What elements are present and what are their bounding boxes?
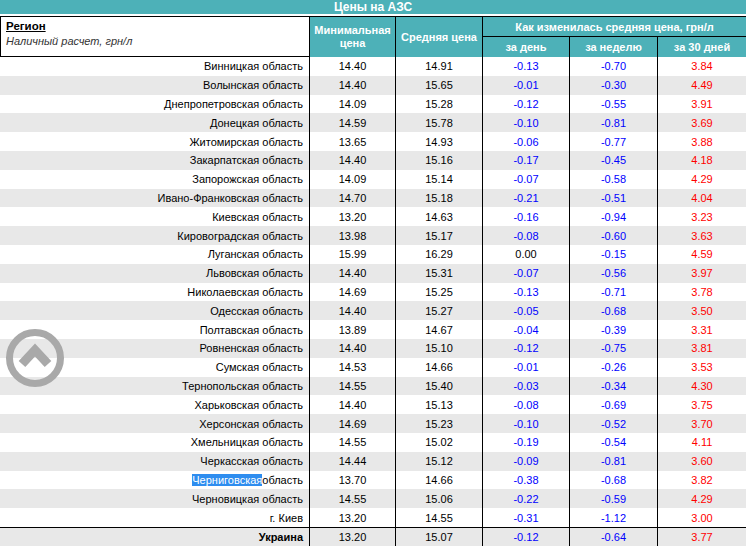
month-change-cell: 4.29 <box>658 170 746 189</box>
table-row: Луганская область15.9916.290.00-0.154.59 <box>0 245 746 264</box>
month-change-cell: 4.18 <box>658 151 746 170</box>
week-change-cell: -0.34 <box>570 377 658 396</box>
avg-price-cell: 15.18 <box>396 189 483 208</box>
day-change-cell: -0.21 <box>483 189 570 208</box>
month-change-cell: 3.88 <box>658 132 746 151</box>
week-change-cell: -0.69 <box>570 395 658 414</box>
region-header-cell: Регион Наличный расчет, грн/л <box>0 17 310 57</box>
min-price-cell: 14.40 <box>310 395 396 414</box>
table-header: Регион Наличный расчет, грн/л Минимальна… <box>0 16 746 57</box>
day-change-cell: -0.06 <box>483 132 570 151</box>
region-cell: Волынская область <box>0 76 310 95</box>
table-row: Львовская область14.4015.31-0.07-0.563.9… <box>0 264 746 283</box>
day-change-cell: -0.03 <box>483 377 570 396</box>
week-change-cell: -0.56 <box>570 264 658 283</box>
min-price-cell: 14.53 <box>310 358 396 377</box>
avg-price-cell: 15.17 <box>396 226 483 245</box>
month-change-cell: 4.30 <box>658 377 746 396</box>
day-change-cell: -0.01 <box>483 358 570 377</box>
region-cell: Ивано-Франковская область <box>0 189 310 208</box>
region-cell: Львовская область <box>0 264 310 283</box>
min-price-cell: 14.69 <box>310 414 396 433</box>
table-row: Киевская область13.2014.63-0.16-0.943.23 <box>0 207 746 226</box>
table-row: Запорожская область14.0915.14-0.07-0.584… <box>0 170 746 189</box>
month-change-cell: 3.63 <box>658 226 746 245</box>
month-change-header: за 30 дней <box>658 37 746 57</box>
min-price-cell: 13.70 <box>310 471 396 490</box>
week-change-cell: -0.68 <box>570 301 658 320</box>
table-row: Украина13.2015.07-0.12-0.643.77 <box>0 527 746 546</box>
region-header-label: Регион <box>6 20 309 32</box>
month-change-cell: 3.82 <box>658 471 746 490</box>
table-row: Донецкая область14.5915.78-0.10-0.813.69 <box>0 113 746 132</box>
min-price-cell: 14.55 <box>310 433 396 452</box>
day-change-cell: -0.12 <box>483 95 570 114</box>
price-change-subheaders: за день за неделю за 30 дней <box>483 37 746 57</box>
min-price-cell: 14.40 <box>310 57 396 76</box>
region-cell: Закарпатская область <box>0 151 310 170</box>
week-change-cell: -0.68 <box>570 471 658 490</box>
month-change-cell: 3.97 <box>658 264 746 283</box>
week-change-cell: -0.52 <box>570 414 658 433</box>
week-change-cell: -0.60 <box>570 226 658 245</box>
min-price-cell: 14.44 <box>310 452 396 471</box>
week-change-cell: -0.30 <box>570 76 658 95</box>
day-change-cell: -0.22 <box>483 489 570 508</box>
region-cell: Черкасская область <box>0 452 310 471</box>
table-title: Цены на АЗС <box>0 0 746 14</box>
region-cell: Черновицкая область <box>0 489 310 508</box>
min-price-cell: 14.09 <box>310 95 396 114</box>
week-change-cell: -0.81 <box>570 113 658 132</box>
avg-price-cell: 15.27 <box>396 301 483 320</box>
month-change-cell: 3.84 <box>658 57 746 76</box>
table-row: Ровненская область14.4015.10-0.12-0.753.… <box>0 339 746 358</box>
table-row: Херсонская область14.6915.23-0.10-0.523.… <box>0 414 746 433</box>
avg-price-cell: 14.63 <box>396 207 483 226</box>
day-change-cell: -0.10 <box>483 414 570 433</box>
day-change-cell: -0.08 <box>483 226 570 245</box>
region-cell: Украина <box>0 528 310 546</box>
table-row: Черкасская область14.4415.12-0.09-0.813.… <box>0 452 746 471</box>
month-change-cell: 3.81 <box>658 339 746 358</box>
region-cell: Одесская область <box>0 301 310 320</box>
min-price-cell: 14.40 <box>310 301 396 320</box>
avg-price-cell: 14.66 <box>396 358 483 377</box>
week-change-cell: -0.15 <box>570 245 658 264</box>
week-change-cell: -0.71 <box>570 283 658 302</box>
table-row: Ивано-Франковская область14.7015.18-0.21… <box>0 189 746 208</box>
avg-price-cell: 15.25 <box>396 283 483 302</box>
min-price-cell: 14.59 <box>310 113 396 132</box>
avg-price-cell: 15.13 <box>396 395 483 414</box>
avg-price-cell: 14.66 <box>396 471 483 490</box>
month-change-cell: 3.60 <box>658 452 746 471</box>
month-change-cell: 3.53 <box>658 358 746 377</box>
scroll-to-top-button[interactable] <box>6 329 64 387</box>
region-cell: Кировоградская область <box>0 226 310 245</box>
month-change-cell: 4.29 <box>658 489 746 508</box>
month-change-cell: 4.04 <box>658 189 746 208</box>
min-price-cell: 13.20 <box>310 528 396 546</box>
month-change-cell: 3.00 <box>658 508 746 527</box>
min-price-cell: 14.69 <box>310 283 396 302</box>
month-change-cell: 4.11 <box>658 433 746 452</box>
region-cell: Донецкая область <box>0 113 310 132</box>
region-cell: Черниговская область <box>0 471 310 490</box>
payment-type-label: Наличный расчет, грн/л <box>6 35 309 47</box>
day-change-cell: -0.05 <box>483 301 570 320</box>
avg-price-cell: 14.91 <box>396 57 483 76</box>
week-change-cell: -0.77 <box>570 132 658 151</box>
week-change-cell: -0.26 <box>570 358 658 377</box>
avg-price-cell: 15.07 <box>396 528 483 546</box>
table-row: Сумская область14.5314.66-0.01-0.263.53 <box>0 358 746 377</box>
week-change-cell: -0.64 <box>570 528 658 546</box>
day-change-cell: -0.07 <box>483 170 570 189</box>
month-change-cell: 3.91 <box>658 95 746 114</box>
min-price-cell: 13.65 <box>310 132 396 151</box>
region-cell: Запорожская область <box>0 170 310 189</box>
avg-price-cell: 15.02 <box>396 433 483 452</box>
table-row: Полтавская область13.8914.67-0.04-0.393.… <box>0 320 746 339</box>
day-change-cell: -0.38 <box>483 471 570 490</box>
week-change-cell: -0.51 <box>570 189 658 208</box>
month-change-cell: 3.77 <box>658 528 746 546</box>
day-change-cell: -0.31 <box>483 508 570 527</box>
